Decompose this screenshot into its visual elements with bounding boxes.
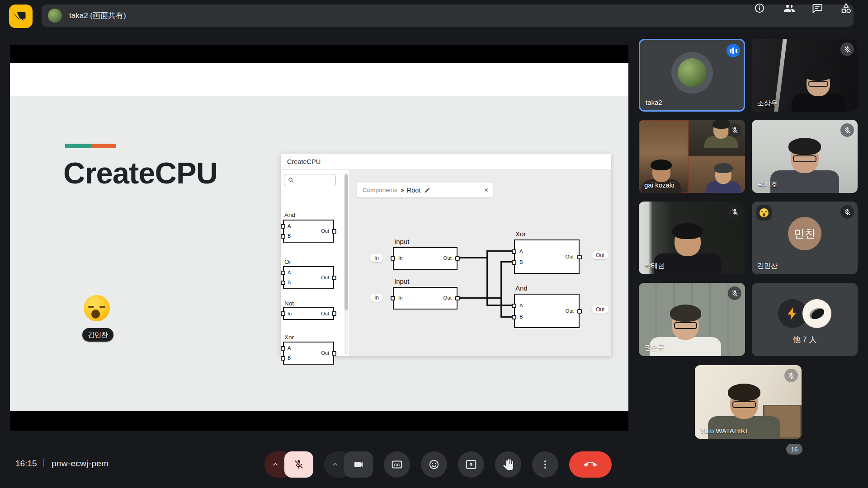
camera-control-group[interactable] xyxy=(324,451,373,478)
port-out xyxy=(455,296,460,300)
camera-options-chevron[interactable] xyxy=(324,451,346,478)
port-in xyxy=(281,311,285,316)
scrollbar-thumb xyxy=(344,174,348,310)
wire xyxy=(488,250,514,252)
tile-kim-minchan[interactable]: 민찬 김민찬 xyxy=(752,202,858,274)
port-label: In xyxy=(398,295,403,300)
taka2-avatar xyxy=(678,58,707,87)
tile-park-taehyun[interactable]: 박태현 xyxy=(639,202,745,274)
port-b xyxy=(281,281,285,285)
tile-gai-kozaki[interactable]: gai kozaki xyxy=(639,120,745,193)
call-controls: CC xyxy=(264,451,612,478)
port-label: Out xyxy=(443,255,452,261)
participants-panel-button[interactable] xyxy=(781,0,797,16)
port-label: A xyxy=(519,249,523,254)
chat-panel-button[interactable] xyxy=(809,0,826,16)
call-end-icon xyxy=(584,458,597,471)
mic-mute-button[interactable] xyxy=(284,451,313,478)
present-screen-button[interactable] xyxy=(458,451,484,478)
port-a xyxy=(512,249,516,254)
block-label: Input xyxy=(394,238,409,245)
raise-hand-button[interactable] xyxy=(495,451,521,478)
port-label: B xyxy=(288,355,291,361)
palette-gate-xor: A B Out xyxy=(283,342,334,365)
port-out xyxy=(577,255,582,259)
port-label: In xyxy=(288,311,292,316)
tile-park-jiho[interactable]: 박지호 xyxy=(752,120,858,193)
tile-overflow-others[interactable]: 他 7 人 xyxy=(752,283,858,356)
port-a xyxy=(281,271,285,275)
overflow-count-label: 他 7 人 xyxy=(752,334,858,345)
activities-button[interactable] xyxy=(838,0,854,16)
component-palette: And A B Out Or A xyxy=(281,170,349,356)
chat-icon xyxy=(811,2,823,14)
port-label: A xyxy=(519,303,523,308)
port-a xyxy=(281,346,285,351)
overflow-avatars xyxy=(778,299,831,328)
tile-jo-sangwoo[interactable]: 조상우 xyxy=(752,39,858,112)
screen-share-stage[interactable]: CreateCPU 김민찬 CreateCPU xyxy=(10,45,628,431)
port-out xyxy=(332,311,336,316)
hidden-self-view-button[interactable] xyxy=(9,5,33,28)
end-call-button[interactable] xyxy=(569,451,612,478)
breadcrumb-current: Root xyxy=(407,187,421,194)
hand-icon xyxy=(503,459,514,470)
activities-icon xyxy=(840,2,852,14)
mic-off-icon xyxy=(840,42,854,56)
createcpu-app-window: CreateCPU And xyxy=(281,154,611,356)
port-label: A xyxy=(288,345,291,351)
presenter-banner: taka2 (画面共有) xyxy=(42,5,854,27)
external-output-pill: Out xyxy=(592,305,609,314)
palette-gate-label: Not xyxy=(284,300,294,307)
tile-taka2[interactable]: taka2 xyxy=(639,39,745,112)
camera-toggle-button[interactable] xyxy=(344,451,373,478)
breadcrumb: Components » Root × xyxy=(357,183,493,197)
port-label: A xyxy=(288,223,291,229)
participant-name: 박태현 xyxy=(644,262,665,270)
reactions-button[interactable] xyxy=(421,451,447,478)
cc-icon-label: CC xyxy=(394,463,400,467)
mic-off-icon xyxy=(293,459,304,470)
block-xor: Xor A B Out xyxy=(514,239,580,274)
port-label: Out xyxy=(321,311,329,316)
port-out xyxy=(332,229,336,234)
palette-gate-or: A B Out xyxy=(283,266,334,289)
people-icon xyxy=(783,2,795,14)
app-title: CreateCPU xyxy=(287,158,321,165)
mic-options-chevron[interactable] xyxy=(264,451,286,478)
palette-divider xyxy=(349,170,350,356)
meeting-details-button[interactable] xyxy=(751,0,768,16)
port-b xyxy=(281,234,285,239)
emoji-eye xyxy=(88,306,94,308)
port-label: B xyxy=(519,314,523,319)
external-output-pill: Out xyxy=(592,251,609,259)
participant-name: taka2 xyxy=(646,99,662,106)
edit-pencil-icon xyxy=(424,187,430,193)
port-b xyxy=(281,356,285,361)
share-white-strip xyxy=(10,63,628,96)
block-label: Xor xyxy=(515,230,526,238)
surprised-face-reaction-icon xyxy=(756,205,772,221)
participant-name: 권순규 xyxy=(644,343,665,352)
port-in xyxy=(391,296,395,300)
mic-control-group[interactable] xyxy=(264,451,313,478)
port-label: Out xyxy=(321,350,329,356)
port-label: In xyxy=(398,255,403,261)
app-header: CreateCPU xyxy=(281,154,611,170)
search-input xyxy=(296,177,332,183)
slide-title: CreateCPU xyxy=(63,155,217,190)
palette-gate-label: Xor xyxy=(284,334,294,341)
palette-gate-not: In Out xyxy=(283,307,334,320)
tile-yuto-watahiki[interactable]: Yuto WATAHIKI xyxy=(695,365,802,439)
palette-scrollbar xyxy=(344,173,348,354)
palette-gate-label: And xyxy=(284,211,295,218)
more-options-button[interactable] xyxy=(532,451,558,478)
port-b xyxy=(512,260,516,265)
accent-green-segment xyxy=(65,144,91,148)
palette-gate-label: Or xyxy=(284,258,291,265)
wire xyxy=(500,261,502,318)
port-label: A xyxy=(288,270,291,275)
port-out xyxy=(455,256,460,261)
captions-button[interactable]: CC xyxy=(384,451,410,478)
tile-kwon-sungyu[interactable]: 권순규 xyxy=(639,283,745,356)
